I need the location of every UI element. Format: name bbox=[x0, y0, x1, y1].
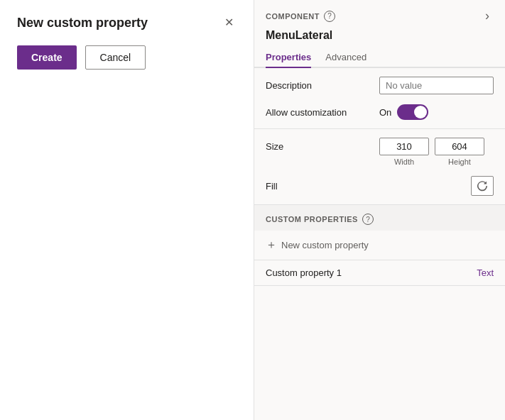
fill-row: Fill bbox=[266, 176, 494, 196]
width-input[interactable] bbox=[379, 138, 429, 155]
tabs-row: Properties Advanced bbox=[254, 48, 505, 68]
custom-props-help-icon[interactable]: ? bbox=[362, 214, 374, 225]
fill-icon-button[interactable] bbox=[471, 176, 494, 196]
create-button[interactable]: Create bbox=[17, 45, 77, 70]
button-row: Create Cancel bbox=[17, 45, 237, 70]
custom-props-header: CUSTOM PROPERTIES ? bbox=[254, 205, 505, 231]
toggle-track bbox=[397, 104, 428, 120]
size-inputs: Width Height bbox=[379, 138, 484, 166]
basic-props-section: Description Allow customization On bbox=[254, 68, 505, 128]
component-section-label: COMPONENT bbox=[266, 12, 320, 21]
allow-customization-row: Allow customization On bbox=[266, 104, 494, 120]
left-panel-header: New custom property ✕ bbox=[17, 14, 237, 31]
description-row: Description bbox=[266, 77, 494, 94]
toggle-on-label: On bbox=[379, 107, 391, 118]
tab-advanced[interactable]: Advanced bbox=[325, 48, 366, 68]
size-row: Size Width Height bbox=[266, 138, 494, 166]
help-icon[interactable]: ? bbox=[324, 11, 335, 22]
refresh-icon bbox=[477, 180, 488, 192]
toggle-thumb bbox=[414, 106, 427, 118]
dialog-title: New custom property bbox=[17, 16, 148, 31]
allow-customization-label: Allow customization bbox=[266, 107, 379, 118]
size-label: Size bbox=[266, 138, 379, 152]
custom-property-type: Text bbox=[477, 267, 494, 278]
component-name: MenuLateral bbox=[254, 28, 505, 48]
fill-label: Fill bbox=[266, 181, 379, 192]
cancel-button[interactable]: Cancel bbox=[85, 45, 146, 70]
tab-properties[interactable]: Properties bbox=[266, 48, 311, 68]
description-value bbox=[379, 77, 494, 94]
allow-customization-value: On bbox=[379, 104, 494, 120]
allow-customization-toggle[interactable] bbox=[397, 104, 428, 120]
custom-property-row[interactable]: Custom property 1 Text bbox=[254, 260, 505, 286]
component-header: COMPONENT ? › bbox=[254, 0, 505, 28]
close-button[interactable]: ✕ bbox=[222, 14, 237, 31]
left-panel: New custom property ✕ Create Cancel bbox=[0, 0, 254, 420]
custom-props-label: CUSTOM PROPERTIES bbox=[266, 215, 358, 223]
description-label: Description bbox=[266, 80, 379, 91]
size-section: Size Width Height Fill bbox=[254, 129, 505, 204]
height-label: Height bbox=[448, 158, 471, 166]
height-group: Height bbox=[435, 138, 484, 166]
properties-content: Description Allow customization On bbox=[254, 68, 505, 420]
description-input[interactable] bbox=[379, 77, 494, 94]
chevron-right-button[interactable]: › bbox=[481, 7, 494, 25]
width-label: Width bbox=[394, 158, 414, 166]
toggle-row: On bbox=[379, 104, 428, 120]
component-label-row: COMPONENT ? bbox=[266, 11, 335, 22]
add-icon: ＋ bbox=[266, 238, 277, 253]
add-custom-property-row[interactable]: ＋ New custom property bbox=[254, 231, 505, 260]
add-custom-property-label: New custom property bbox=[281, 240, 369, 250]
right-panel: COMPONENT ? › MenuLateral Properties Adv… bbox=[254, 0, 505, 420]
height-input[interactable] bbox=[435, 138, 484, 155]
width-group: Width bbox=[379, 138, 429, 166]
custom-property-name: Custom property 1 bbox=[266, 267, 342, 278]
